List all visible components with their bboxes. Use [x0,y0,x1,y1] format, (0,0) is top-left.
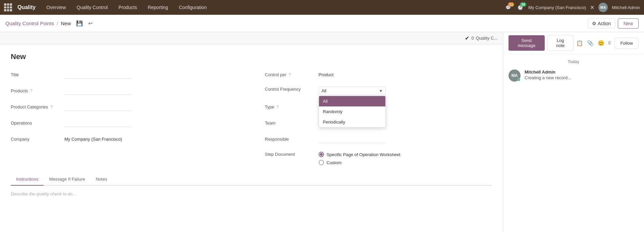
message-content: Mitchell Admin Creating a new record... [525,69,639,82]
nav-overview[interactable]: Overview [44,3,68,11]
form-title: New [11,52,492,61]
activity-button[interactable]: 🕐 38 [516,4,524,11]
products-help-icon[interactable]: ? [30,89,33,93]
radio-specific-page-circle [319,152,324,157]
form-grid: Title Products ? Product Categories [11,69,492,165]
gear-icon: ⚙ [592,21,596,26]
option-all[interactable]: All [319,96,385,106]
control-frequency-popup: All Randomly Periodically [319,96,386,128]
operations-input[interactable] [64,119,131,127]
message-avatar: MA [508,69,521,82]
products-label: Products ? [11,88,64,93]
product-categories-help-icon[interactable]: ? [50,105,53,109]
nav-reporting[interactable]: Reporting [145,3,171,11]
log-note-button[interactable]: Log note [547,35,574,51]
breadcrumb-parent[interactable]: Quality Control Points [5,20,54,26]
breadcrumb-separator: / [57,20,58,26]
online-indicator [518,79,520,81]
type-help-icon[interactable]: ? [276,105,279,109]
radio-specific-page-label: Specific Page of Operation Worksheet [327,152,400,157]
company-value: My Company (San Francisco) [64,137,122,142]
user-name: Mitchell Admin [612,5,640,10]
app-grid-icon[interactable] [4,3,12,11]
radio-custom-label: Custom [327,160,342,165]
option-periodically[interactable]: Periodically [319,117,385,127]
smiley-icon[interactable]: 😊 [598,40,604,46]
control-per-field-row: Control per ? Product [265,69,492,80]
responsible-field-row: Responsible [265,134,492,144]
nav-products[interactable]: Products [116,3,140,11]
send-message-button[interactable]: Send message [508,35,545,51]
control-per-value: Product [319,72,334,77]
nav-quality-control[interactable]: Quality Control [74,3,111,11]
message-item: MA Mitchell Admin Creating a new record.… [508,69,639,82]
product-categories-label: Product Categories ? [11,104,64,109]
title-input[interactable] [64,71,131,79]
activity-badge: 38 [520,2,526,7]
control-per-label: Control per ? [265,72,319,77]
save-manually-icon[interactable]: 💾 [75,19,84,27]
radio-specific-page[interactable]: Specific Page of Operation Worksheet [319,152,400,157]
main-layout: ✔ 0 Quality C... New Title Products [0,32,644,232]
action-button-label: Action [598,21,611,26]
attachment-icon[interactable]: 📎 [587,40,594,46]
responsible-input[interactable] [319,135,386,143]
top-navigation: Quality Overview Quality Control Product… [0,0,644,15]
follow-button[interactable]: Follow [614,38,639,49]
company-field-row: Company My Company (San Francisco) [11,134,252,144]
instructions-area: Describe the quality check to do... [11,186,492,202]
nav-configuration[interactable]: Configuration [176,3,209,11]
tabs-bar: Instructions Message If Failure Notes [11,173,492,186]
instructions-placeholder[interactable]: Describe the quality check to do... [11,191,76,196]
control-frequency-selected[interactable]: All [319,87,386,95]
title-label: Title [11,72,64,77]
status-count: 0 [471,36,474,41]
operations-label: Operations [11,121,64,126]
status-bar: ✔ 0 Quality C... [0,32,503,44]
radio-custom-circle [319,160,324,165]
right-panel: Send message Log note 📋 📎 😊 0 Follow Tod… [503,32,644,232]
option-randomly[interactable]: Randomly [319,106,385,117]
form-right-column: Control per ? Product Control Frequency … [252,69,492,165]
message-text: Creating a new record... [525,75,639,80]
tab-instructions[interactable]: Instructions [11,173,44,186]
control-frequency-label: Control Frequency [265,87,319,92]
activities-icon[interactable]: 📋 [576,40,583,46]
company-label: Company [11,137,64,142]
product-categories-input[interactable] [64,103,131,111]
discard-icon[interactable]: ↩ [87,19,94,27]
chatter-body: Today MA Mitchell Admin Creating a new r… [503,54,644,232]
quality-check-status[interactable]: ✔ 0 Quality C... [465,35,497,41]
company-name: My Company (San Francisco) [528,5,586,10]
status-label: Quality C... [476,36,497,41]
step-document-field-row: Step Document Specific Page of Operation… [265,150,492,165]
chat-button[interactable]: 💬 11 [504,4,512,11]
step-document-radio-group: Specific Page of Operation Worksheet Cus… [319,152,400,165]
chat-badge: 11 [508,2,514,7]
new-button[interactable]: New [618,18,639,29]
chatter-today-label: Today [508,59,639,64]
user-avatar[interactable]: MA [598,3,608,12]
control-frequency-dropdown[interactable]: All ▼ All Randomly Periodically [319,87,386,95]
step-document-label: Step Document [265,152,319,157]
form-left-column: Title Products ? Product Categories [11,69,252,165]
tab-message-if-failure[interactable]: Message If Failure [44,173,90,186]
tools-icon[interactable]: ✕ [590,4,594,11]
chatter-actions: Send message Log note 📋 📎 😊 0 Follow [503,32,644,54]
form-area: New Title Products ? [0,44,503,210]
breadcrumb-current: New [61,20,71,26]
breadcrumb-bar: Quality Control Points / New 💾 ↩ ⚙ Actio… [0,15,644,32]
product-categories-field-row: Product Categories ? [11,101,252,112]
responsible-label: Responsible [265,137,319,142]
tab-notes[interactable]: Notes [90,173,112,186]
chatter-icons: 📋 📎 😊 0 Follow [576,38,639,49]
message-author: Mitchell Admin [525,69,639,75]
app-name: Quality [17,4,36,10]
products-input[interactable] [64,87,131,95]
operations-field-row: Operations [11,118,252,128]
attachment-count: 0 [608,41,611,45]
checkmark-icon: ✔ [465,35,469,41]
control-per-help-icon[interactable]: ? [288,73,291,77]
action-button[interactable]: ⚙ Action [588,18,615,29]
radio-custom[interactable]: Custom [319,160,400,165]
